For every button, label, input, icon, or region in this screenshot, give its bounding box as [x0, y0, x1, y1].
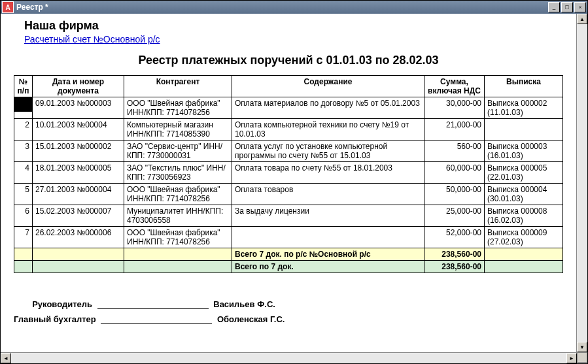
- cell-partner: Муниципалитет ИНН/КПП: 4703006558: [124, 205, 232, 227]
- table-row[interactable]: 09.01.2003 №000003ООО "Швейная фабрика" …: [14, 97, 563, 119]
- cell-date: 15.02.2003 №000007: [33, 205, 124, 227]
- head-sign-line: [97, 308, 209, 309]
- cell-num: 7: [14, 227, 33, 248]
- cell-date: 10.01.2003 №00004: [33, 119, 124, 141]
- table-row[interactable]: 315.01.2003 №000002ЗАО "Сервис-центр" ИН…: [14, 141, 563, 162]
- cell-desc: Оплата материалов по договору №5 от 05.0…: [232, 97, 424, 119]
- acc-name: Оболенская Г.С.: [217, 314, 285, 324]
- app-icon: А: [2, 1, 14, 13]
- col-date: Дата и номер документа: [33, 76, 124, 97]
- col-partner: Контрагент: [124, 76, 232, 97]
- window-title: Реестр *: [16, 3, 547, 12]
- cell-ref: Выписка 000009 (27.02.03): [485, 227, 563, 248]
- cell-ref: Выписка 000004 (30.01.03): [485, 184, 563, 205]
- subtotal-row: Всего 7 док. по р/с №Основной р/с 238,56…: [14, 248, 563, 261]
- cell-num: [14, 97, 33, 119]
- signature-head: Руководитель Васильев Ф.С.: [14, 299, 563, 309]
- table-header-row: № п/п Дата и номер документа Контрагент …: [14, 76, 563, 97]
- cell-num: 4: [14, 162, 33, 184]
- acc-sign-line: [101, 323, 212, 324]
- hscroll-track[interactable]: [11, 353, 566, 363]
- cell-num: 5: [14, 184, 33, 205]
- cell-desc: Оплата товара по счету №55 от 18.01.2003: [232, 162, 424, 184]
- cell-sum: 560-00: [424, 141, 485, 162]
- cell-ref: [485, 119, 563, 141]
- table-body: 09.01.2003 №000003ООО "Швейная фабрика" …: [14, 97, 563, 248]
- vscroll-track[interactable]: [577, 24, 587, 342]
- cell-sum: 50,000-00: [424, 184, 485, 205]
- cell-date: 18.01.2003 №000005: [33, 162, 124, 184]
- total-label: Всего по 7 док.: [232, 261, 424, 273]
- app-window: А Реестр * _ □ × Наша фирма Расчетный сч…: [0, 0, 588, 364]
- cell-desc: Оплата компьютерной техники по счету №19…: [232, 119, 424, 141]
- scroll-down-button[interactable]: ▼: [577, 342, 587, 352]
- subtotal-sum: 238,560-00: [424, 248, 485, 261]
- cell-date: 26.02.2003 №000006: [33, 227, 124, 248]
- table-row[interactable]: 615.02.2003 №000007Муниципалитет ИНН/КПП…: [14, 205, 563, 227]
- cell-num: 6: [14, 205, 33, 227]
- scroll-corner: [577, 352, 587, 363]
- cell-partner: ООО "Швейная фабрика" ИНН/КПП: 771407825…: [124, 227, 232, 248]
- maximize-button[interactable]: □: [561, 2, 573, 12]
- total-row: Всего по 7 док. 238,560-00: [14, 261, 563, 273]
- content-area: Наша фирма Расчетный счет №Основной р/с …: [1, 14, 587, 352]
- scroll-right-button[interactable]: ►: [566, 353, 577, 363]
- cell-sum: 25,000-00: [424, 205, 485, 227]
- scroll-left-button[interactable]: ◄: [1, 353, 11, 363]
- cell-ref: Выписка 000003 (16.01.03): [485, 141, 563, 162]
- cell-sum: 30,000-00: [424, 97, 485, 119]
- head-name: Васильев Ф.С.: [213, 299, 275, 309]
- cell-desc: Оплата услуг по установке компьютерной п…: [232, 141, 424, 162]
- table-row[interactable]: 527.01.2003 №000004ООО "Швейная фабрика"…: [14, 184, 563, 205]
- table-row[interactable]: 210.01.2003 №00004Компьютерный магазин И…: [14, 119, 563, 141]
- col-ref: Выписка: [485, 76, 563, 97]
- total-sum: 238,560-00: [424, 261, 485, 273]
- cell-partner: Компьютерный магазин ИНН/КПП: 7714085390: [124, 119, 232, 141]
- cell-ref: Выписка 000008 (16.02.03): [485, 205, 563, 227]
- table-row[interactable]: 726.02.2003 №000006ООО "Швейная фабрика"…: [14, 227, 563, 248]
- cell-ref: Выписка 000002 (11.01.03): [485, 97, 563, 119]
- selection-marker: [14, 97, 32, 112]
- horizontal-scrollbar[interactable]: ◄ ►: [1, 352, 577, 363]
- cell-sum: 52,000-00: [424, 227, 485, 248]
- cell-num: 2: [14, 119, 33, 141]
- cell-num: 3: [14, 141, 33, 162]
- cell-date: 27.01.2003 №000004: [33, 184, 124, 205]
- cell-partner: ЗАО "Текстиль плюс" ИНН/КПП: 7730056923: [124, 162, 232, 184]
- document-title: Реестр платежных поручений с 01.01.03 по…: [14, 54, 563, 67]
- register-table: № п/п Дата и номер документа Контрагент …: [14, 75, 563, 273]
- table-row[interactable]: 418.01.2003 №000005ЗАО "Текстиль плюс" И…: [14, 162, 563, 184]
- cell-ref: Выписка 000005 (22.01.03): [485, 162, 563, 184]
- cell-partner: ООО "Швейная фабрика" ИНН/КПП: 771407825…: [124, 184, 232, 205]
- subtotal-label: Всего 7 док. по р/с №Основной р/с: [232, 248, 424, 261]
- minimize-button[interactable]: _: [548, 2, 560, 12]
- col-desc: Содержание: [232, 76, 424, 97]
- company-name: Наша фирма: [24, 19, 563, 33]
- cell-partner: ЗАО "Сервис-центр" ИНН/КПП: 7730000031: [124, 141, 232, 162]
- cell-date: 15.01.2003 №000002: [33, 141, 124, 162]
- bottom-scroll-row: ◄ ►: [1, 352, 587, 363]
- col-num: № п/п: [14, 76, 33, 97]
- cell-desc: [232, 227, 424, 248]
- signatures: Руководитель Васильев Ф.С. Главный бухга…: [14, 299, 563, 324]
- cell-sum: 60,000-00: [424, 162, 485, 184]
- scroll-up-button[interactable]: ▲: [577, 14, 587, 24]
- cell-desc: За выдачу лицензии: [232, 205, 424, 227]
- col-sum: Сумма, включая НДС: [424, 76, 485, 97]
- cell-sum: 21,000-00: [424, 119, 485, 141]
- acc-label: Главный бухгалтер: [14, 314, 96, 324]
- vertical-scrollbar[interactable]: ▲ ▼: [576, 14, 587, 352]
- signature-accountant: Главный бухгалтер Оболенская Г.С.: [14, 314, 563, 324]
- cell-desc: Оплата товаров: [232, 184, 424, 205]
- document-body: Наша фирма Расчетный счет №Основной р/с …: [1, 14, 576, 352]
- titlebar: А Реестр * _ □ ×: [1, 1, 587, 14]
- account-link[interactable]: Расчетный счет №Основной р/с: [24, 34, 160, 44]
- cell-date: 09.01.2003 №000003: [33, 97, 124, 119]
- head-label: Руководитель: [14, 299, 92, 309]
- cell-partner: ООО "Швейная фабрика" ИНН/КПП: 771407825…: [124, 97, 232, 119]
- close-button[interactable]: ×: [574, 2, 586, 12]
